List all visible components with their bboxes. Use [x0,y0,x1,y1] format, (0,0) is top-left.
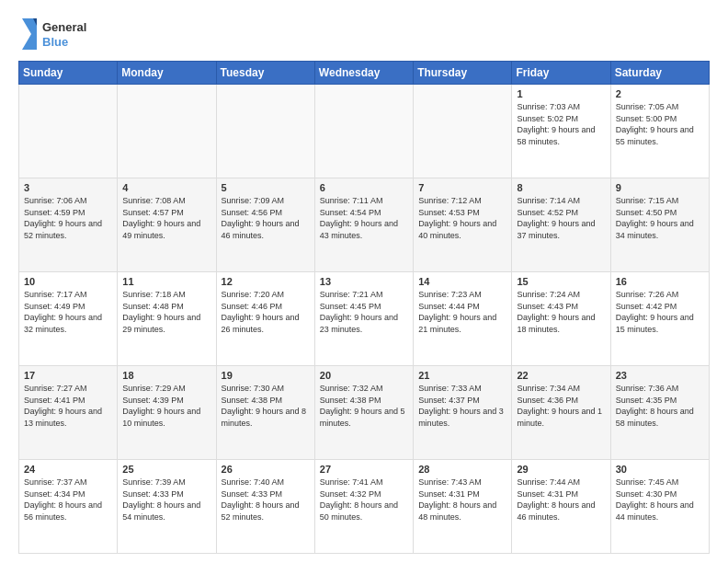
calendar-cell [314,85,413,178]
weekday-header: Sunday [19,62,118,85]
header: General Blue [18,15,710,53]
svg-marker-2 [22,18,37,50]
calendar-cell: 12Sunrise: 7:20 AM Sunset: 4:46 PM Dayli… [216,272,314,366]
day-number: 19 [222,370,310,381]
svg-text:Blue: Blue [42,35,68,49]
calendar-cell: 16Sunrise: 7:26 AM Sunset: 4:42 PM Dayli… [610,272,709,366]
calendar-cell: 23Sunrise: 7:36 AM Sunset: 4:35 PM Dayli… [610,366,709,460]
calendar-cell: 13Sunrise: 7:21 AM Sunset: 4:45 PM Dayli… [314,272,413,366]
day-number: 13 [320,276,408,287]
day-number: 10 [24,276,112,287]
day-info: Sunrise: 7:39 AM Sunset: 4:33 PM Dayligh… [122,477,210,523]
calendar-cell: 2Sunrise: 7:05 AM Sunset: 5:00 PM Daylig… [610,85,709,178]
day-number: 23 [616,370,704,381]
day-info: Sunrise: 7:06 AM Sunset: 4:59 PM Dayligh… [24,195,112,241]
day-number: 25 [122,464,210,475]
calendar-week-row: 3Sunrise: 7:06 AM Sunset: 4:59 PM Daylig… [19,178,710,272]
day-info: Sunrise: 7:09 AM Sunset: 4:56 PM Dayligh… [222,195,310,241]
day-info: Sunrise: 7:37 AM Sunset: 4:34 PM Dayligh… [24,477,112,523]
day-info: Sunrise: 7:08 AM Sunset: 4:57 PM Dayligh… [122,195,210,241]
day-number: 16 [616,276,704,287]
day-number: 3 [24,182,112,193]
day-number: 26 [222,464,310,475]
calendar-cell: 20Sunrise: 7:32 AM Sunset: 4:38 PM Dayli… [314,366,413,460]
calendar-week-row: 24Sunrise: 7:37 AM Sunset: 4:34 PM Dayli… [19,460,710,554]
calendar-cell: 29Sunrise: 7:44 AM Sunset: 4:31 PM Dayli… [512,460,610,554]
calendar-cell: 7Sunrise: 7:12 AM Sunset: 4:53 PM Daylig… [414,178,512,272]
day-info: Sunrise: 7:33 AM Sunset: 4:37 PM Dayligh… [418,383,506,429]
calendar-cell: 14Sunrise: 7:23 AM Sunset: 4:44 PM Dayli… [414,272,512,366]
weekday-header: Friday [512,62,610,85]
weekday-header: Wednesday [314,62,413,85]
calendar-cell: 17Sunrise: 7:27 AM Sunset: 4:41 PM Dayli… [19,366,118,460]
calendar-cell: 19Sunrise: 7:30 AM Sunset: 4:38 PM Dayli… [216,366,314,460]
day-number: 22 [517,370,605,381]
day-number: 11 [122,276,210,287]
calendar-cell: 22Sunrise: 7:34 AM Sunset: 4:36 PM Dayli… [512,366,610,460]
calendar-cell: 30Sunrise: 7:45 AM Sunset: 4:30 PM Dayli… [610,460,709,554]
day-info: Sunrise: 7:45 AM Sunset: 4:30 PM Dayligh… [616,477,704,523]
day-number: 28 [418,464,506,475]
day-info: Sunrise: 7:17 AM Sunset: 4:49 PM Dayligh… [24,289,112,335]
day-info: Sunrise: 7:44 AM Sunset: 4:31 PM Dayligh… [517,477,605,523]
day-info: Sunrise: 7:15 AM Sunset: 4:50 PM Dayligh… [616,195,704,241]
day-info: Sunrise: 7:24 AM Sunset: 4:43 PM Dayligh… [517,289,605,335]
logo: General Blue [18,15,101,53]
calendar-cell: 25Sunrise: 7:39 AM Sunset: 4:33 PM Dayli… [118,460,216,554]
day-number: 15 [517,276,605,287]
day-number: 17 [24,370,112,381]
calendar-week-row: 10Sunrise: 7:17 AM Sunset: 4:49 PM Dayli… [19,272,710,366]
logo-svg: General Blue [18,15,101,53]
day-number: 5 [222,182,310,193]
day-info: Sunrise: 7:43 AM Sunset: 4:31 PM Dayligh… [418,477,506,523]
day-number: 27 [320,464,408,475]
weekday-header: Monday [118,62,216,85]
calendar-cell: 26Sunrise: 7:40 AM Sunset: 4:33 PM Dayli… [216,460,314,554]
calendar-cell: 9Sunrise: 7:15 AM Sunset: 4:50 PM Daylig… [610,178,709,272]
day-info: Sunrise: 7:36 AM Sunset: 4:35 PM Dayligh… [616,383,704,429]
calendar-cell [19,85,118,178]
calendar-cell: 21Sunrise: 7:33 AM Sunset: 4:37 PM Dayli… [414,366,512,460]
calendar-cell: 28Sunrise: 7:43 AM Sunset: 4:31 PM Dayli… [414,460,512,554]
calendar-cell: 6Sunrise: 7:11 AM Sunset: 4:54 PM Daylig… [314,178,413,272]
calendar-cell: 5Sunrise: 7:09 AM Sunset: 4:56 PM Daylig… [216,178,314,272]
day-info: Sunrise: 7:18 AM Sunset: 4:48 PM Dayligh… [122,289,210,335]
day-info: Sunrise: 7:05 AM Sunset: 5:00 PM Dayligh… [616,101,704,147]
calendar-table: SundayMondayTuesdayWednesdayThursdayFrid… [18,61,710,554]
day-number: 30 [616,464,704,475]
calendar-cell: 15Sunrise: 7:24 AM Sunset: 4:43 PM Dayli… [512,272,610,366]
calendar-cell: 11Sunrise: 7:18 AM Sunset: 4:48 PM Dayli… [118,272,216,366]
day-info: Sunrise: 7:23 AM Sunset: 4:44 PM Dayligh… [418,289,506,335]
svg-text:General: General [42,20,86,34]
calendar-cell [414,85,512,178]
day-info: Sunrise: 7:11 AM Sunset: 4:54 PM Dayligh… [320,195,408,241]
day-info: Sunrise: 7:21 AM Sunset: 4:45 PM Dayligh… [320,289,408,335]
day-info: Sunrise: 7:34 AM Sunset: 4:36 PM Dayligh… [517,383,605,429]
day-number: 2 [616,88,704,99]
day-info: Sunrise: 7:26 AM Sunset: 4:42 PM Dayligh… [616,289,704,335]
calendar-cell: 4Sunrise: 7:08 AM Sunset: 4:57 PM Daylig… [118,178,216,272]
calendar-cell: 18Sunrise: 7:29 AM Sunset: 4:39 PM Dayli… [118,366,216,460]
calendar-header-row: SundayMondayTuesdayWednesdayThursdayFrid… [19,62,710,85]
calendar-week-row: 17Sunrise: 7:27 AM Sunset: 4:41 PM Dayli… [19,366,710,460]
day-info: Sunrise: 7:32 AM Sunset: 4:38 PM Dayligh… [320,383,408,429]
page: General Blue SundayMondayTuesdayWednesda… [0,0,728,563]
day-number: 18 [122,370,210,381]
day-number: 24 [24,464,112,475]
day-number: 29 [517,464,605,475]
weekday-header: Tuesday [216,62,314,85]
day-info: Sunrise: 7:41 AM Sunset: 4:32 PM Dayligh… [320,477,408,523]
calendar-cell: 3Sunrise: 7:06 AM Sunset: 4:59 PM Daylig… [19,178,118,272]
weekday-header: Thursday [414,62,512,85]
calendar-cell: 10Sunrise: 7:17 AM Sunset: 4:49 PM Dayli… [19,272,118,366]
day-number: 9 [616,182,704,193]
day-number: 14 [418,276,506,287]
day-number: 7 [418,182,506,193]
calendar-cell [216,85,314,178]
day-number: 12 [222,276,310,287]
day-info: Sunrise: 7:30 AM Sunset: 4:38 PM Dayligh… [222,383,310,429]
day-number: 1 [517,88,605,99]
day-number: 4 [122,182,210,193]
day-number: 8 [517,182,605,193]
calendar-cell: 27Sunrise: 7:41 AM Sunset: 4:32 PM Dayli… [314,460,413,554]
